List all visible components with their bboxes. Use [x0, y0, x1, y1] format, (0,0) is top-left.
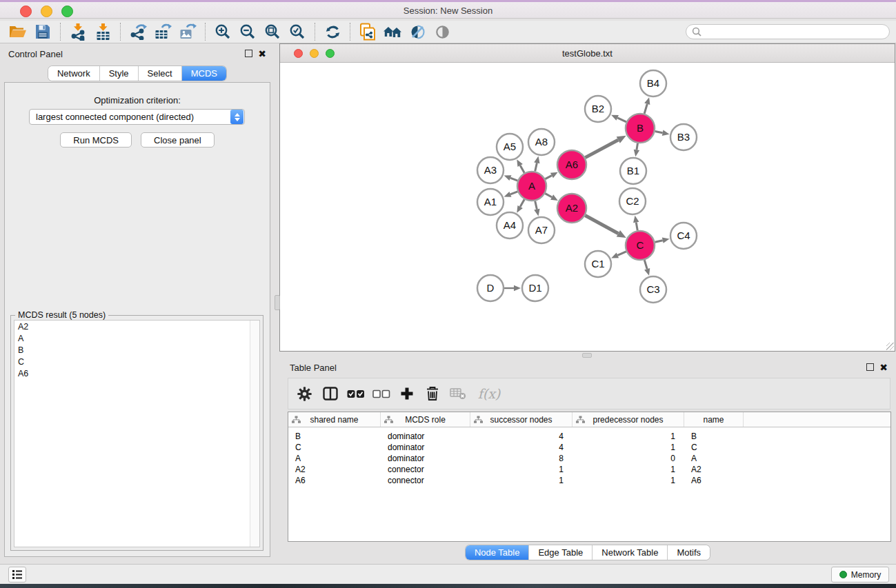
split-table-button[interactable] [321, 383, 339, 404]
mcds-result-item[interactable]: A2 [14, 321, 259, 332]
add-column-button[interactable] [397, 383, 416, 404]
float-table-panel-icon[interactable] [866, 363, 874, 371]
float-panel-icon[interactable] [245, 50, 252, 57]
hide-graphics-details-button[interactable] [405, 21, 430, 42]
cell-name[interactable]: A6 [684, 475, 744, 486]
table-row[interactable]: Adominator80A [288, 453, 890, 464]
tab-style[interactable]: Style [100, 66, 139, 81]
cell-shared-name[interactable]: B [288, 431, 381, 442]
table-row[interactable]: A2connector11A2 [288, 464, 890, 475]
cell-name[interactable]: A2 [684, 464, 744, 475]
tab-edge-table[interactable]: Edge Table [529, 545, 593, 560]
open-session-button[interactable] [6, 21, 30, 42]
cell-predecessor-nodes[interactable]: 1 [573, 464, 684, 475]
close-table-panel-icon[interactable]: ✖ [879, 363, 888, 372]
graph-edge-A2-C[interactable] [585, 216, 618, 234]
graph-edge-A-A4[interactable] [520, 199, 524, 207]
graph-edge-A-A1[interactable] [510, 192, 518, 194]
network-overview-button[interactable] [380, 21, 405, 42]
cell-successor-nodes[interactable]: 4 [470, 442, 573, 453]
clone-network-button[interactable] [355, 21, 380, 42]
export-image-button[interactable] [175, 21, 200, 42]
import-table-button[interactable] [90, 21, 115, 42]
table-row[interactable]: Bdominator41B [288, 431, 890, 442]
search-input[interactable] [705, 27, 889, 37]
graph-edge-A-A6[interactable] [545, 176, 551, 179]
network-graph[interactable]: B4B2BB3B1A5A8A6A3AA1A2A4A7C2C4CC1C3DD1 [280, 63, 895, 351]
graph-edge-A6-B[interactable] [585, 140, 618, 158]
cell-name[interactable]: C [684, 442, 744, 453]
graph-edge-B-B4[interactable] [644, 104, 647, 114]
cell-mcds-role[interactable]: dominator [381, 431, 470, 442]
table-row[interactable]: A6connector11A6 [288, 475, 890, 486]
graph-edge-B-B2[interactable] [617, 118, 626, 122]
mcds-list-scrollbar[interactable] [250, 321, 259, 547]
column-header-mcds-role[interactable]: MCDS role [381, 412, 470, 427]
cell-predecessor-nodes[interactable]: 1 [573, 475, 684, 486]
refresh-button[interactable] [320, 21, 345, 42]
cell-successor-nodes[interactable]: 4 [470, 431, 573, 442]
cell-mcds-role[interactable]: connector [381, 475, 470, 486]
graph-edge-A-A3[interactable] [510, 178, 518, 181]
cell-predecessor-nodes[interactable]: 1 [573, 442, 684, 453]
cell-mcds-role[interactable]: dominator [381, 442, 470, 453]
export-table-button[interactable] [150, 21, 175, 42]
cell-shared-name[interactable]: C [288, 442, 381, 453]
graph-edge-B-B3[interactable] [655, 131, 663, 132]
mcds-result-item[interactable]: A6 [14, 367, 259, 379]
cell-successor-nodes[interactable]: 1 [470, 464, 573, 475]
zoom-selected-button[interactable] [285, 21, 310, 42]
tab-network[interactable]: Network [48, 66, 100, 81]
graph-edge-C-C3[interactable] [644, 260, 647, 269]
memory-button[interactable]: Memory [831, 567, 889, 582]
cell-successor-nodes[interactable]: 1 [470, 475, 573, 486]
export-network-button[interactable] [126, 21, 150, 42]
cell-shared-name[interactable]: A2 [288, 464, 381, 475]
graph-edge-A-A2[interactable] [545, 194, 552, 197]
cell-shared-name[interactable]: A [288, 453, 381, 464]
cell-predecessor-nodes[interactable]: 0 [573, 453, 684, 464]
function-builder-button[interactable]: f(x) [474, 383, 504, 404]
network-canvas[interactable]: B4B2BB3B1A5A8A6A3AA1A2A4A7C2C4CC1C3DD1 [280, 63, 895, 351]
import-network-button[interactable] [66, 21, 90, 42]
mcds-result-list[interactable]: A2ABCA6 [14, 320, 260, 547]
graph-edge-C-C4[interactable] [655, 241, 662, 243]
close-panel-button[interactable]: Close panel [141, 132, 215, 148]
zoom-out-button[interactable] [235, 21, 260, 42]
search-field[interactable] [686, 24, 890, 39]
graph-edge-C-C1[interactable] [617, 252, 626, 256]
cell-mcds-role[interactable]: connector [381, 464, 470, 475]
graph-edge-A-A8[interactable] [535, 163, 537, 171]
window-resize-grip[interactable] [886, 343, 894, 350]
cell-shared-name[interactable]: A6 [288, 475, 381, 486]
cell-predecessor-nodes[interactable]: 1 [573, 431, 684, 442]
graph-edge-A-A7[interactable] [535, 201, 537, 209]
horizontal-divider-handle[interactable] [582, 353, 592, 358]
cell-mcds-role[interactable]: dominator [381, 453, 470, 464]
tab-network-table[interactable]: Network Table [593, 545, 668, 560]
tab-node-table[interactable]: Node Table [466, 545, 530, 560]
column-header-predecessor-nodes[interactable]: predecessor nodes [573, 412, 684, 427]
deselect-all-columns-button[interactable] [372, 383, 390, 404]
cell-successor-nodes[interactable]: 8 [470, 453, 573, 464]
tab-motifs[interactable]: Motifs [668, 545, 710, 560]
table-row[interactable]: Cdominator41C [288, 442, 890, 453]
criterion-dropdown[interactable]: largest connected component (directed) [29, 109, 245, 125]
task-history-button[interactable] [8, 567, 26, 582]
mcds-result-item[interactable]: B [14, 344, 259, 356]
save-session-button[interactable] [30, 21, 55, 42]
network-window-titlebar[interactable]: testGlobe.txt [280, 44, 895, 63]
column-header-name[interactable]: name [684, 412, 744, 427]
table-settings-button[interactable] [295, 383, 314, 404]
mcds-result-item[interactable]: A [14, 332, 259, 344]
column-header-successor-nodes[interactable]: successor nodes [470, 412, 573, 427]
select-all-columns-button[interactable] [346, 383, 365, 404]
cell-name[interactable]: A [684, 453, 744, 464]
zoom-fit-button[interactable] [260, 21, 285, 42]
vertical-divider-handle[interactable] [275, 295, 280, 310]
mcds-result-item[interactable]: C [14, 356, 259, 367]
column-header-shared-name[interactable]: shared name [288, 412, 381, 427]
show-graphics-details-button[interactable] [430, 21, 455, 42]
run-mcds-button[interactable]: Run MCDS [60, 132, 132, 148]
delete-table-button[interactable] [448, 383, 467, 404]
